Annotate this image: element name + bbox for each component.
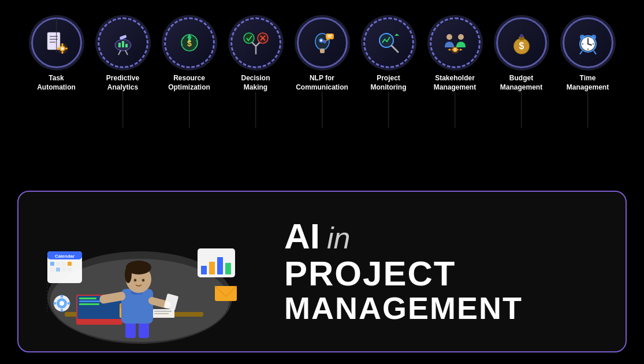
decision-making-icon [242,29,270,57]
main-container: TaskAutomation Pre [0,0,644,364]
connector-budget [521,92,522,128]
svg-point-63 [587,38,589,39]
nlp-communication-icon [308,29,336,57]
resource-optimization-icon: $ [176,29,203,57]
svg-point-65 [582,43,583,44]
svg-rect-12 [118,43,121,47]
svg-rect-98 [56,262,60,266]
svg-point-62 [591,35,596,39]
task-automation-label: TaskAutomation [37,74,76,92]
svg-point-31 [320,39,322,42]
svg-point-64 [587,49,589,50]
time-management-label: TimeManagement [567,74,609,92]
svg-rect-102 [56,268,60,272]
icon-circle-nlp [297,17,348,68]
svg-rect-104 [68,268,72,272]
svg-rect-74 [79,303,99,305]
icon-item-budget-management: $ BudgetManagement [488,17,554,92]
project-word: PROJECT [284,255,602,292]
svg-text:$: $ [187,39,192,48]
svg-rect-72 [79,298,96,299]
icon-circle-project-monitoring [363,17,414,68]
svg-point-89 [125,266,132,283]
icon-circle-stakeholder-management [430,17,481,68]
project-monitoring-label: ProjectMonitoring [371,74,407,92]
connector-task [56,17,57,53]
svg-point-42 [458,34,464,40]
svg-rect-14 [125,44,128,47]
svg-point-32 [323,40,326,43]
icon-item-project-monitoring: ProjectMonitoring [355,17,422,92]
svg-rect-100 [68,262,72,266]
svg-rect-109 [217,257,223,274]
svg-point-92 [134,279,136,281]
connector-project-monitoring [388,92,389,128]
icon-item-nlp-communication: NLP forCommunication [289,17,355,92]
management-word: MANAGEMENT [284,292,602,325]
svg-rect-108 [209,262,215,274]
svg-marker-40 [394,34,399,36]
svg-point-61 [580,35,585,39]
svg-rect-8 [61,51,63,54]
predictive-analytics-label: PredictiveAnalytics [106,74,139,92]
connector-predictive [122,92,124,128]
svg-rect-7 [61,43,63,46]
decision-making-label: DecisionMaking [241,74,270,92]
svg-rect-37 [320,49,325,53]
icon-circle-budget-management: $ [496,17,547,68]
icon-circle-predictive-analytics [98,17,148,68]
icon-item-task-automation: TaskAutomation [23,17,90,92]
svg-point-116 [59,301,64,306]
connector-time [587,92,589,128]
svg-rect-79 [154,313,169,314]
svg-text:$: $ [519,41,524,51]
icon-circle-time-management [563,17,613,68]
stakeholder-management-label: StakeholderManagement [434,74,476,92]
icon-item-predictive-analytics: PredictiveAnalytics [90,17,156,92]
svg-rect-97 [50,262,54,266]
icon-circle-resource-optimization: $ [164,17,215,68]
connector-nlp [322,92,323,128]
svg-rect-9 [57,48,59,50]
svg-rect-112 [215,286,237,301]
svg-line-59 [580,51,582,54]
svg-rect-119 [53,302,56,304]
time-management-icon [574,29,602,57]
icon-circle-decision-making [230,17,281,68]
svg-rect-120 [68,302,70,304]
icons-row: TaskAutomation Pre [0,0,644,92]
bottom-box: Calendar [17,191,627,352]
svg-point-93 [142,279,144,281]
project-monitoring-icon [375,29,403,57]
illustration-area: Calendar [18,192,261,351]
svg-rect-101 [50,268,54,272]
nlp-communication-label: NLP forCommunication [296,74,348,92]
predictive-analytics-icon [109,29,137,57]
svg-rect-78 [154,311,172,312]
svg-line-15 [118,50,121,55]
connector-decision [255,92,256,128]
svg-point-25 [244,33,254,43]
svg-point-6 [61,47,64,50]
svg-text:Calendar: Calendar [55,254,75,259]
stakeholder-management-icon [441,29,469,57]
svg-marker-47 [448,49,451,51]
svg-line-60 [594,51,596,54]
svg-line-16 [125,50,128,55]
icon-item-stakeholder-management: StakeholderManagement [422,17,488,92]
svg-rect-10 [65,48,68,50]
svg-point-41 [446,34,452,40]
resource-optimization-label: ResourceOptimization [168,74,210,92]
svg-rect-99 [62,262,66,266]
icon-item-time-management: TimeManagement [554,17,621,92]
svg-line-39 [392,46,398,52]
ai-in-row: AI in [284,218,602,255]
svg-rect-33 [326,34,334,39]
person-illustration: Calendar [30,199,250,344]
budget-management-icon: $ [508,29,535,57]
svg-rect-103 [62,268,66,272]
connector-stakeholder [455,92,456,128]
icon-item-decision-making: DecisionMaking [222,17,289,92]
svg-rect-13 [122,41,124,47]
svg-point-53 [520,34,523,38]
